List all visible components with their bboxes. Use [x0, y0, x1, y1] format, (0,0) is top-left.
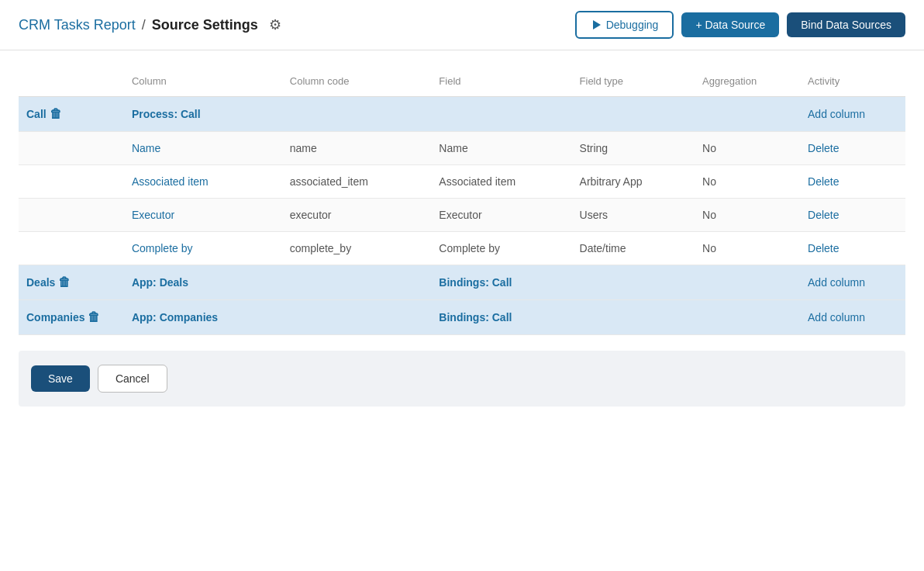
group-description: App: Deals	[124, 265, 282, 300]
debugging-button[interactable]: Debugging	[575, 11, 674, 39]
header-actions: Debugging + Data Source Bind Data Source…	[575, 11, 905, 39]
group-row: Call 🗑 Process: Call Add column	[19, 97, 905, 132]
header-column: Column	[124, 69, 282, 97]
group-aggregation	[695, 265, 800, 300]
source-settings-table: Column Column code Field Field type Aggr…	[19, 69, 905, 335]
table-header-row: Column Column code Field Field type Aggr…	[19, 69, 905, 97]
row-empty	[19, 232, 124, 265]
save-button[interactable]: Save	[31, 365, 90, 392]
row-activity[interactable]: Delete	[800, 165, 905, 199]
table-row: Name name Name String No Delete	[19, 132, 905, 165]
row-aggregation: No	[695, 165, 800, 199]
group-name-text: Call	[26, 108, 47, 120]
add-column-link[interactable]: Add column	[808, 311, 865, 324]
delete-link[interactable]: Delete	[808, 175, 839, 188]
breadcrumb: CRM Tasks Report / Source Settings ⚙	[19, 16, 575, 33]
group-field: Bindings: Call	[431, 300, 571, 335]
delete-link[interactable]: Delete	[808, 209, 839, 221]
delete-link[interactable]: Delete	[808, 242, 839, 254]
row-activity[interactable]: Delete	[800, 199, 905, 232]
row-field: Associated item	[431, 165, 571, 199]
row-field: Complete by	[431, 232, 571, 265]
row-activity[interactable]: Delete	[800, 232, 905, 265]
cancel-button[interactable]: Cancel	[98, 365, 167, 393]
row-empty	[19, 132, 124, 165]
row-aggregation: No	[695, 132, 800, 165]
row-column-code: executor	[282, 199, 432, 232]
row-column: Associated item	[124, 165, 282, 199]
group-code	[282, 97, 432, 132]
group-aggregation	[695, 97, 800, 132]
header-field-type: Field type	[572, 69, 695, 97]
bind-data-sources-button[interactable]: Bind Data Sources	[787, 12, 905, 37]
group-label: Companies 🗑	[26, 310, 116, 324]
row-field-type: String	[572, 132, 695, 165]
group-activity[interactable]: Add column	[800, 97, 905, 132]
row-field-type: Arbitrary App	[572, 165, 695, 199]
group-field-type	[572, 97, 695, 132]
header-activity: Activity	[800, 69, 905, 97]
group-name-text: Deals	[26, 276, 55, 289]
delete-group-icon[interactable]: 🗑	[88, 310, 100, 324]
group-row: Deals 🗑 App: Deals Bindings: Call Add co…	[19, 265, 905, 300]
row-empty	[19, 165, 124, 199]
delete-link[interactable]: Delete	[808, 142, 839, 154]
group-activity[interactable]: Add column	[800, 300, 905, 335]
row-column-code: complete_by	[282, 232, 432, 265]
add-column-link[interactable]: Add column	[808, 108, 865, 120]
row-aggregation: No	[695, 199, 800, 232]
group-row: Companies 🗑 App: Companies Bindings: Cal…	[19, 300, 905, 335]
settings-icon[interactable]: ⚙	[269, 16, 281, 33]
group-field	[431, 97, 571, 132]
add-data-source-button[interactable]: + Data Source	[681, 12, 779, 37]
row-column: Complete by	[124, 232, 282, 265]
row-column-code: name	[282, 132, 432, 165]
breadcrumb-separator: /	[142, 17, 146, 33]
play-icon	[591, 19, 602, 30]
group-label: Call 🗑	[26, 107, 116, 121]
header-empty	[19, 69, 124, 97]
group-field: Bindings: Call	[431, 265, 571, 300]
group-name-cell: Call 🗑	[19, 97, 124, 132]
group-code	[282, 265, 432, 300]
row-column-code: associated_item	[282, 165, 432, 199]
header-field: Field	[431, 69, 571, 97]
group-name-text: Companies	[26, 311, 84, 324]
row-aggregation: No	[695, 232, 800, 265]
row-field: Name	[431, 132, 571, 165]
row-field-type: Date/time	[572, 232, 695, 265]
group-name-cell: Companies 🗑	[19, 300, 124, 335]
group-code	[282, 300, 432, 335]
row-field: Executor	[431, 199, 571, 232]
group-description: App: Companies	[124, 300, 282, 335]
page-header: CRM Tasks Report / Source Settings ⚙ Deb…	[0, 0, 924, 50]
table-row: Complete by complete_by Complete by Date…	[19, 232, 905, 265]
delete-group-icon[interactable]: 🗑	[58, 275, 71, 289]
page-title: Source Settings	[152, 17, 258, 33]
row-empty	[19, 199, 124, 232]
add-column-link[interactable]: Add column	[808, 276, 865, 289]
footer-bar: Save Cancel	[19, 351, 905, 407]
table-row: Associated item associated_item Associat…	[19, 165, 905, 199]
delete-group-icon[interactable]: 🗑	[50, 107, 62, 121]
group-activity[interactable]: Add column	[800, 265, 905, 300]
group-field-type	[572, 300, 695, 335]
breadcrumb-link[interactable]: CRM Tasks Report	[19, 17, 136, 33]
group-name-cell: Deals 🗑	[19, 265, 124, 300]
header-column-code: Column code	[282, 69, 432, 97]
row-column: Executor	[124, 199, 282, 232]
table-row: Executor executor Executor Users No Dele…	[19, 199, 905, 232]
header-aggregation: Aggregation	[695, 69, 800, 97]
group-field-type	[572, 265, 695, 300]
group-description: Process: Call	[124, 97, 282, 132]
row-activity[interactable]: Delete	[800, 132, 905, 165]
table-container: Column Column code Field Field type Aggr…	[0, 50, 924, 335]
group-aggregation	[695, 300, 800, 335]
group-label: Deals 🗑	[26, 275, 116, 289]
row-column: Name	[124, 132, 282, 165]
svg-marker-0	[593, 20, 601, 29]
row-field-type: Users	[572, 199, 695, 232]
